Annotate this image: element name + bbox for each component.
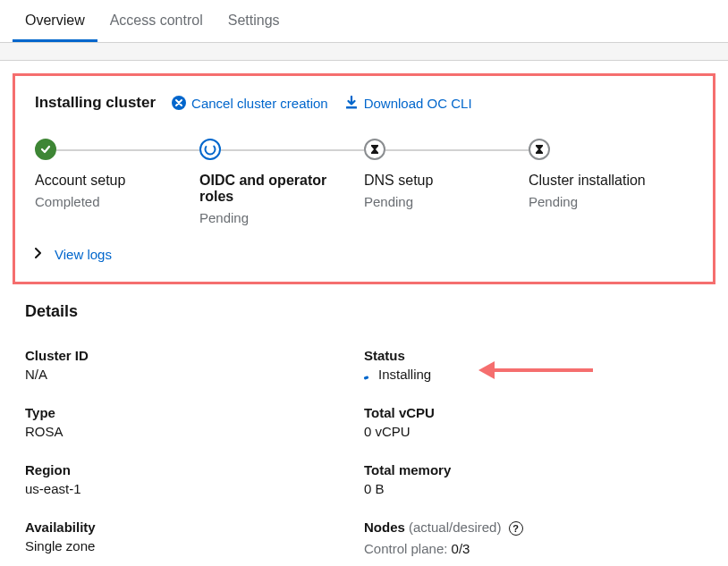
tab-overview[interactable]: Overview — [13, 0, 97, 42]
details-grid: Cluster ID N/A Type ROSA Region us-east-… — [25, 348, 703, 556]
step-connector — [221, 149, 364, 151]
detail-label: Nodes (actual/desired) ? — [364, 520, 703, 536]
details-heading: Details — [25, 302, 703, 321]
status-text: Installing — [378, 367, 431, 382]
tab-settings[interactable]: Settings — [216, 0, 292, 42]
step-account-setup: Account setup Completed — [35, 139, 199, 209]
detail-cluster-id: Cluster ID N/A — [25, 348, 364, 382]
detail-label: Status — [364, 348, 703, 363]
details-col-left: Cluster ID N/A Type ROSA Region us-east-… — [25, 348, 364, 556]
spinner-icon — [364, 370, 373, 379]
step-status: Pending — [364, 194, 529, 209]
chevron-right-icon[interactable] — [35, 248, 42, 261]
view-logs-row: View logs — [35, 247, 693, 262]
divider-band — [0, 43, 728, 61]
detail-value: ROSA — [25, 424, 364, 439]
hourglass-icon — [364, 139, 385, 160]
spinner-icon — [199, 139, 221, 160]
help-icon[interactable]: ? — [509, 521, 523, 536]
detail-value: Installing — [364, 367, 703, 382]
download-cli-link[interactable]: Download OC CLI — [344, 96, 472, 111]
detail-value: N/A — [25, 367, 364, 382]
details-col-right: Status Installing Total vCPU 0 vCPU Tota… — [364, 348, 703, 556]
detail-availability: Availability Single zone — [25, 520, 364, 553]
step-title: Cluster installation — [529, 173, 693, 189]
detail-value: 0 B — [364, 481, 703, 496]
download-cli-label: Download OC CLI — [364, 96, 472, 111]
detail-nodes: Nodes (actual/desired) ? Control plane: … — [364, 520, 703, 556]
nodes-control-plane: Control plane: 0/3 — [364, 541, 703, 556]
detail-memory: Total memory 0 B — [364, 462, 703, 496]
control-plane-value: 0/3 — [452, 541, 470, 556]
step-title: Account setup — [35, 173, 199, 189]
detail-label: Type — [25, 405, 364, 420]
detail-label: Total memory — [364, 462, 703, 477]
step-connector — [385, 149, 529, 151]
detail-label: Total vCPU — [364, 405, 703, 420]
step-connector — [56, 149, 199, 151]
step-title: DNS setup — [364, 173, 529, 189]
install-header: Installing cluster Cancel cluster creati… — [35, 94, 693, 112]
detail-region: Region us-east-1 — [25, 462, 364, 496]
detail-label: Cluster ID — [25, 348, 364, 363]
detail-status: Status Installing — [364, 348, 703, 382]
step-oidc: OIDC and operator roles Pending — [199, 139, 364, 225]
detail-label: Region — [25, 462, 364, 477]
detail-label: Availability — [25, 520, 364, 535]
view-logs-link[interactable]: View logs — [55, 247, 112, 262]
step-status: Pending — [199, 210, 364, 225]
svg-rect-1 — [346, 106, 357, 109]
nodes-label-text: Nodes — [364, 520, 405, 535]
detail-value: us-east-1 — [25, 481, 364, 496]
cancel-cluster-label: Cancel cluster creation — [191, 96, 328, 111]
nodes-hint: (actual/desired) — [409, 520, 501, 535]
svg-point-2 — [206, 145, 216, 155]
control-plane-label: Control plane: — [364, 541, 447, 556]
cancel-cluster-link[interactable]: Cancel cluster creation — [172, 96, 328, 111]
details-panel: Details Cluster ID N/A Type ROSA Region … — [13, 302, 715, 556]
detail-vcpu: Total vCPU 0 vCPU — [364, 405, 703, 439]
step-cluster-install: Cluster installation Pending — [529, 139, 693, 209]
step-status: Completed — [35, 194, 199, 209]
step-dns: DNS setup Pending — [364, 139, 529, 209]
tabs-bar: Overview Access control Settings — [0, 0, 728, 43]
detail-type: Type ROSA — [25, 405, 364, 439]
check-circle-icon — [35, 139, 56, 160]
progress-steps: Account setup Completed OIDC and operato… — [35, 139, 693, 225]
detail-value: Single zone — [25, 538, 364, 553]
detail-value: 0 vCPU — [364, 424, 703, 439]
installing-title: Installing cluster — [35, 94, 156, 112]
cancel-icon — [172, 96, 186, 110]
step-status: Pending — [529, 194, 693, 209]
step-title: OIDC and operator roles — [199, 173, 364, 205]
tab-access-control[interactable]: Access control — [97, 0, 216, 42]
installing-panel: Installing cluster Cancel cluster creati… — [13, 73, 715, 284]
download-icon — [344, 96, 359, 110]
hourglass-icon — [529, 139, 550, 160]
